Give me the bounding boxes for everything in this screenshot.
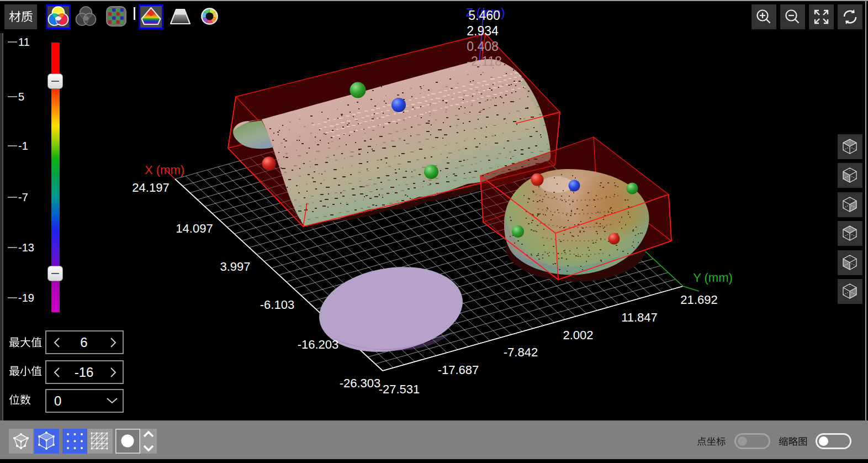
svg-text:Y (mm): Y (mm) <box>693 271 733 285</box>
svg-text:-7.842: -7.842 <box>504 345 538 359</box>
svg-text:-2.118: -2.118 <box>467 54 502 69</box>
svg-text:21.692: 21.692 <box>680 293 717 307</box>
svg-text:-17.687: -17.687 <box>438 363 479 377</box>
svg-text:11.847: 11.847 <box>621 311 658 324</box>
svg-text:0.408: 0.408 <box>467 39 499 54</box>
svg-text:2.934: 2.934 <box>467 24 499 38</box>
svg-text:5.460: 5.460 <box>468 8 500 23</box>
svg-text:X (mm): X (mm) <box>145 163 184 177</box>
svg-text:-26.303: -26.303 <box>340 376 381 390</box>
svg-text:3.997: 3.997 <box>220 260 250 273</box>
svg-text:-6.103: -6.103 <box>260 298 294 312</box>
svg-text:24.197: 24.197 <box>132 181 169 194</box>
svg-text:-16.203: -16.203 <box>298 338 339 351</box>
svg-text:2.002: 2.002 <box>563 328 593 342</box>
svg-text:14.097: 14.097 <box>176 222 213 235</box>
svg-text:-27.531: -27.531 <box>379 382 420 396</box>
